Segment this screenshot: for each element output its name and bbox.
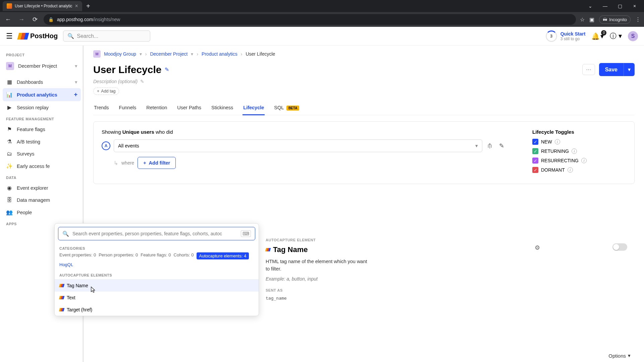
event-selector[interactable]: All events ▾ bbox=[114, 139, 482, 152]
toggle-resurrecting[interactable]: ✓ RESURRECTING i bbox=[532, 158, 626, 164]
edit-description-icon[interactable]: ✎ bbox=[140, 79, 144, 84]
categories-heading: CATEGORIES bbox=[55, 244, 259, 252]
options-button[interactable]: Options▾ bbox=[608, 353, 631, 359]
logo-mark-icon bbox=[17, 33, 29, 40]
search-icon: 🔍 bbox=[62, 231, 69, 237]
close-window-icon[interactable]: × bbox=[628, 0, 641, 12]
user-avatar[interactable]: S bbox=[628, 31, 638, 41]
tab-lifecycle[interactable]: Lifecycle bbox=[243, 102, 265, 115]
autocapture-heading: AUTOCAPTURE ELEMENTS bbox=[55, 270, 259, 279]
chevron-down-icon: ▾ bbox=[75, 79, 77, 85]
sidebar-item-data-management[interactable]: 🗄 Data managem bbox=[3, 194, 81, 206]
incognito-indicator[interactable]: 🕶 Incognito bbox=[599, 15, 631, 24]
browser-tab[interactable]: User Lifecycle • Product analytic × bbox=[3, 1, 82, 11]
tab-user-paths[interactable]: User Paths bbox=[176, 102, 202, 115]
toggle-switch[interactable] bbox=[612, 243, 627, 251]
sidebar-project-selector[interactable]: M December Project ▾ bbox=[3, 59, 81, 73]
edit-title-icon[interactable]: ✎ bbox=[165, 66, 169, 73]
posthog-icon bbox=[265, 248, 271, 251]
info-icon[interactable]: i bbox=[555, 139, 560, 144]
add-tag-button[interactable]: + Add tag bbox=[93, 87, 119, 95]
filter-icon[interactable]: ⫛ bbox=[486, 141, 494, 151]
sent-as-label: SENT AS bbox=[266, 288, 369, 292]
url-host: app.posthog.com bbox=[57, 17, 93, 22]
forward-button: → bbox=[17, 16, 26, 23]
gear-icon[interactable]: ⚙ bbox=[535, 244, 540, 251]
breadcrumb-link[interactable]: Product analytics bbox=[202, 51, 237, 57]
sidebar-item-session-replay[interactable]: ▶ Session replay bbox=[3, 101, 81, 114]
property-detail-panel: AUTOCAPTURE ELEMENT Tag Name HTML tag na… bbox=[260, 233, 374, 307]
property-search-input[interactable]: 🔍 ⌨ bbox=[58, 227, 255, 240]
tab-sql[interactable]: SQL BETA bbox=[273, 102, 300, 115]
tab-stickiness[interactable]: Stickiness bbox=[211, 102, 234, 115]
breadcrumb-link[interactable]: Moodjoy Group bbox=[104, 51, 136, 57]
tab-retention[interactable]: Retention bbox=[146, 102, 168, 115]
info-icon[interactable]: i bbox=[572, 148, 577, 154]
panel-icon[interactable]: ▣ bbox=[589, 16, 594, 23]
save-button[interactable]: Save ▾ bbox=[599, 63, 635, 76]
rename-icon[interactable]: ✎ bbox=[498, 141, 505, 151]
info-icon[interactable]: i bbox=[581, 158, 587, 163]
keyboard-icon[interactable]: ⌨ bbox=[241, 230, 251, 237]
survey-icon: 🗂 bbox=[6, 151, 13, 157]
sidebar-item-event-explorer[interactable]: ◉ Event explorer bbox=[3, 182, 81, 194]
toggles-heading: Lifecycle Toggles bbox=[532, 129, 626, 135]
info-icon[interactable]: i bbox=[568, 167, 573, 173]
new-tab-button[interactable]: + bbox=[82, 2, 94, 10]
notifications-button[interactable]: 🔔▾ 0 bbox=[591, 32, 604, 40]
series-badge: A bbox=[102, 141, 110, 150]
back-button[interactable]: ← bbox=[3, 16, 13, 23]
category-chip[interactable]: Person properties: 0 bbox=[99, 252, 138, 259]
description-placeholder[interactable]: Description (optional) bbox=[93, 79, 138, 84]
breadcrumb-link[interactable]: December Project bbox=[150, 51, 187, 57]
more-actions-button[interactable]: ⋯ bbox=[582, 64, 595, 75]
checkbox-icon: ✓ bbox=[532, 139, 538, 145]
where-label: where bbox=[121, 160, 134, 166]
category-chip[interactable]: Cohorts: 0 bbox=[174, 252, 194, 259]
maximize-icon[interactable]: ▢ bbox=[613, 0, 627, 12]
sidebar-item-feature-flags[interactable]: ⚑ Feature flags bbox=[3, 123, 81, 135]
tab-funnels[interactable]: Funnels bbox=[118, 102, 137, 115]
toggle-new[interactable]: ✓ NEW i bbox=[532, 139, 626, 145]
save-dropdown-icon[interactable]: ▾ bbox=[624, 63, 635, 76]
sidebar-item-dashboards[interactable]: ▦ Dashboards ▾ bbox=[3, 76, 81, 88]
address-bar[interactable]: 🔒 app.posthog.com/insights/new bbox=[44, 14, 576, 25]
minimize-icon[interactable]: — bbox=[598, 0, 612, 12]
reload-button[interactable]: ⟳ bbox=[30, 16, 40, 23]
category-chip[interactable]: Event properties: 0 bbox=[59, 252, 96, 259]
help-button[interactable]: ⓘ ▾ bbox=[610, 32, 622, 41]
add-filter-button[interactable]: + Add filter bbox=[138, 157, 176, 169]
kebab-menu-icon[interactable]: ⋮ bbox=[635, 16, 641, 23]
sidebar-item-people[interactable]: 👥 People bbox=[3, 206, 81, 219]
incognito-icon: 🕶 bbox=[603, 17, 607, 22]
sidebar-item-product-analytics[interactable]: 📊 Product analytics + bbox=[3, 88, 81, 101]
sidebar-item-surveys[interactable]: 🗂 Surveys bbox=[3, 148, 81, 160]
checkbox-icon: ✓ bbox=[532, 148, 538, 154]
property-option-tag-name[interactable]: Tag Name bbox=[55, 280, 259, 292]
lock-icon: 🔒 bbox=[48, 17, 54, 22]
category-chip-active[interactable]: Autocapture elements: 4 bbox=[197, 252, 249, 259]
posthog-icon bbox=[59, 308, 65, 311]
toggle-dormant[interactable]: ✓ DORMANT i bbox=[532, 167, 626, 173]
property-option-text[interactable]: Text bbox=[55, 292, 259, 304]
org-badge: M bbox=[93, 50, 101, 58]
chevron-down-icon: ▾ bbox=[628, 353, 631, 359]
detail-example: Example: a, button, input bbox=[266, 276, 369, 282]
sidebar-item-early-access[interactable]: ✨ Early access fe bbox=[3, 160, 81, 172]
tab-close-icon[interactable]: × bbox=[75, 3, 78, 9]
toggle-returning[interactable]: ✓ RETURNING i bbox=[532, 148, 626, 154]
beta-badge: BETA bbox=[286, 106, 299, 111]
posthog-logo[interactable]: PostHog bbox=[18, 32, 58, 40]
category-chip[interactable]: Feature flags: 0 bbox=[141, 252, 171, 259]
tab-trends[interactable]: Trends bbox=[93, 102, 110, 115]
chevron-down-icon[interactable]: ⌄ bbox=[584, 0, 597, 12]
property-option-target[interactable]: Target (href) bbox=[55, 304, 259, 316]
category-chip[interactable]: HogQL bbox=[59, 262, 73, 267]
quick-start-widget[interactable]: 3 Quick Start 3 still to go bbox=[546, 31, 586, 42]
menu-toggle-icon[interactable]: ☰ bbox=[6, 32, 13, 41]
plus-icon[interactable]: + bbox=[74, 91, 77, 98]
global-search[interactable]: 🔍 Search... bbox=[63, 31, 150, 42]
bookmark-icon[interactable]: ☆ bbox=[580, 16, 585, 23]
sidebar-item-ab-testing[interactable]: ⚗ A/B testing bbox=[3, 135, 81, 148]
live-icon: ◉ bbox=[6, 185, 13, 191]
